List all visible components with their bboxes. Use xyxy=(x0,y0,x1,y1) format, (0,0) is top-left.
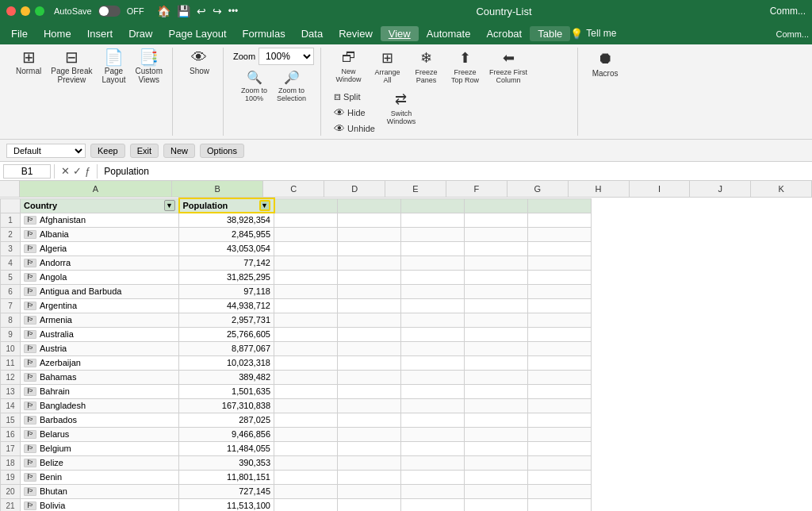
empty-cell[interactable] xyxy=(401,455,465,470)
empty-cell[interactable] xyxy=(528,398,592,413)
cell-country[interactable]: 🏳Austria xyxy=(21,341,179,355)
empty-cell[interactable] xyxy=(274,384,338,398)
new-btn[interactable]: New xyxy=(163,144,195,158)
empty-cell[interactable] xyxy=(465,441,528,455)
exit-btn[interactable]: Exit xyxy=(130,144,159,158)
cell-population[interactable]: 389,482 xyxy=(179,370,274,384)
empty-cell[interactable] xyxy=(528,470,592,484)
cell-country[interactable]: 🏳Benin xyxy=(21,470,179,484)
cell-country[interactable]: 🏳Bahamas xyxy=(21,370,179,384)
menu-review[interactable]: Review xyxy=(331,26,381,41)
empty-cell[interactable] xyxy=(338,256,401,270)
comm-button[interactable]: Comm... xyxy=(770,6,806,17)
empty-cell[interactable] xyxy=(338,313,401,327)
row-number[interactable]: 15 xyxy=(1,413,21,427)
comm-ribbon-btn[interactable]: Comm... xyxy=(776,28,809,40)
empty-cell[interactable] xyxy=(274,413,338,427)
cell-country[interactable]: 🏳Belize xyxy=(21,455,179,470)
autosave-toggle[interactable] xyxy=(98,6,121,17)
col-header-a[interactable]: A xyxy=(20,181,172,197)
empty-cell[interactable] xyxy=(338,427,401,441)
style-select[interactable]: Default xyxy=(6,144,86,158)
empty-cell[interactable] xyxy=(338,498,401,511)
empty-cell[interactable] xyxy=(274,484,338,498)
empty-cell[interactable] xyxy=(528,455,592,470)
cell-country[interactable]: 🏳Barbados xyxy=(21,413,179,427)
cell-population[interactable]: 43,053,054 xyxy=(179,241,274,256)
freeze-top-row-btn[interactable]: ⬆ FreezeTop Row xyxy=(447,48,483,86)
table-scroll[interactable]: Country ▼ Population ▼ xyxy=(0,198,812,511)
empty-cell[interactable] xyxy=(528,370,592,384)
row-number[interactable]: 19 xyxy=(1,470,21,484)
menu-draw[interactable]: Draw xyxy=(121,26,160,41)
row-number[interactable]: 8 xyxy=(1,313,21,327)
row-number[interactable]: 6 xyxy=(1,284,21,298)
population-filter-btn[interactable]: ▼ xyxy=(259,200,270,211)
cell-reference[interactable]: B1 xyxy=(3,164,51,179)
empty-cell[interactable] xyxy=(465,498,528,511)
cell-country[interactable]: 🏳Armenia xyxy=(21,313,179,327)
empty-cell[interactable] xyxy=(338,441,401,455)
empty-cell[interactable] xyxy=(338,213,401,227)
col-header-d[interactable]: D xyxy=(324,181,385,197)
row-number[interactable]: 3 xyxy=(1,241,21,256)
cell-country[interactable]: 🏳Algeria xyxy=(21,241,179,256)
empty-cell[interactable] xyxy=(338,470,401,484)
menu-view[interactable]: View xyxy=(381,26,419,41)
empty-cell[interactable] xyxy=(401,398,465,413)
empty-cell[interactable] xyxy=(401,370,465,384)
empty-cell[interactable] xyxy=(528,484,592,498)
zoom-select[interactable]: 100% 75% 50% 150% 200% xyxy=(259,48,314,65)
empty-cell[interactable] xyxy=(401,213,465,227)
empty-cell[interactable] xyxy=(338,341,401,355)
empty-cell[interactable] xyxy=(465,427,528,441)
empty-cell[interactable] xyxy=(338,484,401,498)
empty-cell[interactable] xyxy=(274,498,338,511)
empty-cell[interactable] xyxy=(401,470,465,484)
empty-cell[interactable] xyxy=(465,413,528,427)
arrange-all-btn[interactable]: ⊞ ArrangeAll xyxy=(370,48,405,86)
menu-insert[interactable]: Insert xyxy=(79,26,121,41)
empty-cell[interactable] xyxy=(528,213,592,227)
empty-cell[interactable] xyxy=(401,384,465,398)
menu-acrobat[interactable]: Acrobat xyxy=(478,26,530,41)
empty-cell[interactable] xyxy=(274,370,338,384)
row-number[interactable]: 18 xyxy=(1,455,21,470)
col-header-b[interactable]: B xyxy=(172,181,263,197)
cell-population[interactable]: 1,501,635 xyxy=(179,384,274,398)
menu-page-layout[interactable]: Page Layout xyxy=(161,26,235,41)
empty-cell[interactable] xyxy=(528,427,592,441)
cell-population[interactable]: 77,142 xyxy=(179,256,274,270)
empty-cell[interactable] xyxy=(528,298,592,313)
col-header-h[interactable]: H xyxy=(569,181,630,197)
empty-cell[interactable] xyxy=(274,341,338,355)
empty-cell[interactable] xyxy=(274,284,338,298)
cell-population[interactable]: 11,513,100 xyxy=(179,498,274,511)
cell-country[interactable]: 🏳Afghanistan xyxy=(21,213,179,227)
empty-cell[interactable] xyxy=(274,256,338,270)
row-number[interactable]: 16 xyxy=(1,427,21,441)
empty-cell[interactable] xyxy=(465,213,528,227)
col-header-j[interactable]: J xyxy=(690,181,751,197)
empty-cell[interactable] xyxy=(274,327,338,341)
cell-country[interactable]: 🏳Argentina xyxy=(21,298,179,313)
empty-cell[interactable] xyxy=(465,384,528,398)
menu-automate[interactable]: Automate xyxy=(419,26,479,41)
unhide-btn[interactable]: 👁 Unhide xyxy=(331,121,378,136)
ribbon-normal-btn[interactable]: ⊞ Normal xyxy=(13,48,44,86)
empty-cell[interactable] xyxy=(465,298,528,313)
empty-cell[interactable] xyxy=(338,227,401,241)
freeze-first-col-btn[interactable]: ⬅ Freeze FirstColumn xyxy=(486,48,530,86)
empty-cell[interactable] xyxy=(465,470,528,484)
redo-icon[interactable]: ↪ xyxy=(213,5,222,17)
empty-cell[interactable] xyxy=(338,270,401,284)
cell-country[interactable]: 🏳Australia xyxy=(21,327,179,341)
cell-population[interactable]: 9,466,856 xyxy=(179,427,274,441)
hide-btn[interactable]: 👁 Hide xyxy=(331,106,378,120)
empty-cell[interactable] xyxy=(401,256,465,270)
empty-cell[interactable] xyxy=(401,227,465,241)
row-number[interactable]: 7 xyxy=(1,298,21,313)
cell-population[interactable]: 2,957,731 xyxy=(179,313,274,327)
empty-cell[interactable] xyxy=(465,227,528,241)
ribbon-page-break-btn[interactable]: ⊟ Page BreakPreview xyxy=(48,48,95,86)
